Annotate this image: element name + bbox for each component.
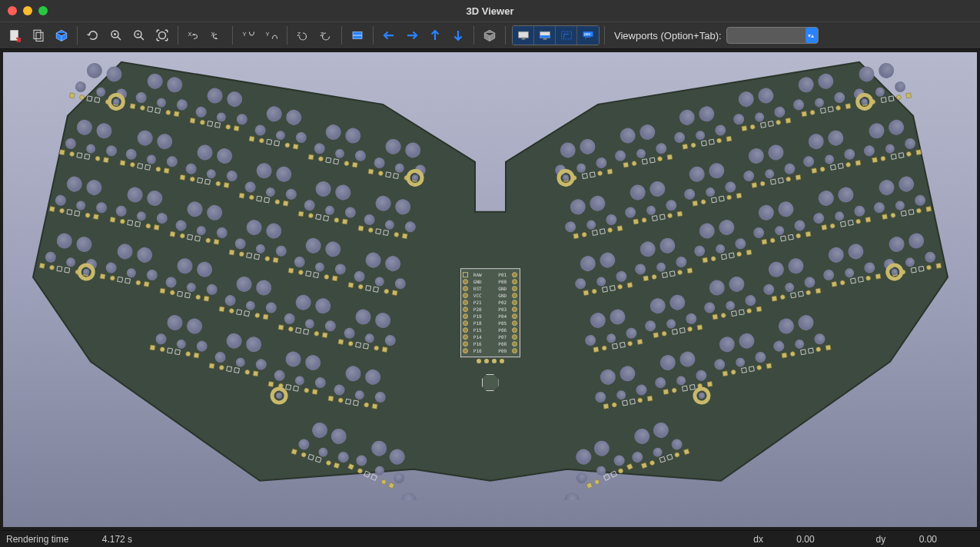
svg-text:Y: Y	[243, 31, 247, 38]
render-time: Rendering time 4.172 s	[6, 534, 163, 545]
mcu-aux-pads	[477, 359, 504, 363]
app-window: 3D Viewer X X	[0, 0, 980, 547]
svg-rect-13	[518, 31, 528, 38]
svg-text:pos: pos	[584, 32, 590, 36]
viewport-3d[interactable]: RAWP01GNDP00RSTGNDVCCGNDP21P02P20P03P19P…	[3, 52, 977, 527]
svg-rect-16	[540, 35, 550, 38]
mcu-pin-row: P20P03	[463, 307, 518, 312]
window-title: 3D Viewer	[0, 5, 980, 17]
svg-text:X: X	[188, 31, 192, 38]
mcu-pin-row: P21P02	[463, 300, 518, 305]
status-bar: Rendering time 4.172 s dx 0.00 dy 0.00	[0, 530, 980, 547]
mcu-pin-row: P15P06	[463, 327, 518, 333]
reload-icon	[8, 28, 22, 42]
window-controls	[8, 6, 48, 15]
svg-point-5	[159, 32, 166, 39]
titlebar: 3D Viewer	[0, 0, 980, 22]
dx-readout: dx 0.00	[753, 534, 845, 545]
dy-readout: dy 0.00	[876, 534, 968, 545]
mcu-pin-row: RSTGND	[463, 286, 518, 291]
svg-text:Y: Y	[266, 31, 270, 38]
mcu-pin-row: VCCGND	[463, 293, 518, 298]
minimize-button[interactable]	[23, 6, 32, 15]
mcu-pin-row: RAWP01	[463, 272, 518, 277]
svg-text:Z: Z	[297, 31, 301, 38]
mcu-pin-row: GNDP00	[463, 279, 518, 284]
maximize-button[interactable]	[38, 6, 48, 15]
mcu-pin-row: P10P09	[463, 348, 518, 353]
mcu-footprint: RAWP01GNDP00RSTGNDVCCGNDP21P02P20P03P19P…	[460, 268, 520, 357]
svg-rect-1	[34, 30, 41, 38]
mcu-pin-row: P18P05	[463, 320, 518, 326]
mcu-pin-row: P19P04	[463, 313, 518, 319]
close-button[interactable]	[8, 6, 17, 15]
mcu-pin-row: P16P08	[463, 341, 518, 346]
svg-rect-18	[561, 31, 571, 39]
mcu-pin-row: P14P07	[463, 334, 518, 340]
